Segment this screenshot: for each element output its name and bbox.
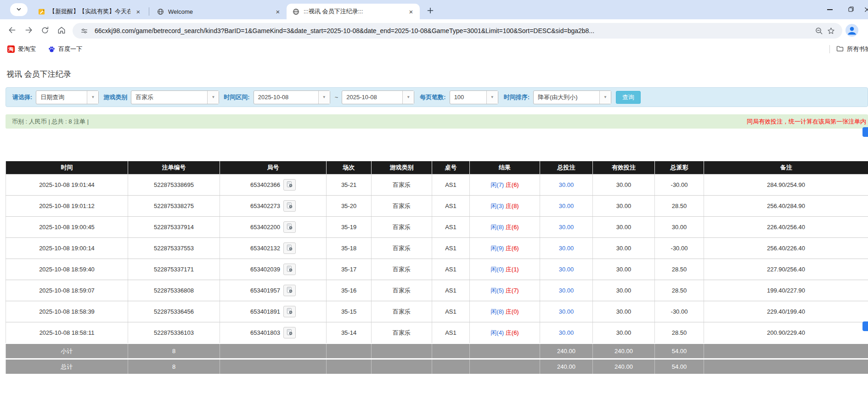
remark-cell: 226.40/256.40 bbox=[704, 217, 868, 238]
query-mode-value: 日期查询 bbox=[36, 91, 87, 104]
total-bet-link[interactable]: 30.00 bbox=[559, 245, 574, 252]
search-button[interactable]: 查询 bbox=[616, 91, 641, 104]
date-start-input[interactable]: 2025-10-08 ▼ bbox=[254, 90, 330, 104]
player-result: 闲(9) bbox=[490, 245, 504, 252]
game-type-value: 百家乐 bbox=[131, 91, 207, 104]
game-type-cell: 百家乐 bbox=[372, 175, 432, 196]
new-tab-button[interactable] bbox=[423, 4, 437, 17]
table-no-cell: AS1 bbox=[432, 238, 470, 259]
total-bet-link[interactable]: 30.00 bbox=[559, 287, 574, 294]
bookmark-item-2[interactable]: 百度一下 bbox=[48, 45, 82, 53]
table-header-row: 时间注单编号局号场次游戏类别桌号结果总投注有效投注总派彩备注 bbox=[6, 161, 868, 175]
all-bookmarks[interactable]: 所有书签 bbox=[829, 42, 868, 56]
bookmark-item-1[interactable]: 淘爱淘宝 bbox=[7, 45, 36, 53]
summary-note-text: 同局有效投注，统一计算在该局第一张注单内 bbox=[747, 118, 866, 126]
subtotal-row-valid-bet-cell: 240.00 bbox=[593, 343, 655, 359]
profile-avatar[interactable] bbox=[845, 24, 859, 38]
game-type-select[interactable]: 百家乐 ▼ bbox=[131, 90, 219, 104]
video-replay-button[interactable] bbox=[283, 242, 296, 254]
tab-close-icon[interactable]: × bbox=[274, 7, 282, 16]
edge-button-fragment-top[interactable] bbox=[862, 127, 868, 137]
video-replay-button[interactable] bbox=[283, 285, 296, 296]
back-button[interactable] bbox=[4, 23, 20, 39]
tab-title: :::视讯 会员下注纪录::: bbox=[304, 7, 403, 16]
table-row: 2025-10-08 18:58:39522875336456653401891… bbox=[6, 301, 868, 322]
total-bet-link[interactable]: 30.00 bbox=[559, 308, 574, 315]
bookmarks-bar: 淘爱淘宝百度一下 所有书签 bbox=[0, 42, 868, 56]
round-id: 653402366 bbox=[250, 181, 280, 188]
total-row-total-bet-cell: 240.00 bbox=[540, 359, 593, 374]
table-row: 2025-10-08 18:58:11522875336103653401803… bbox=[6, 322, 868, 344]
sort-select[interactable]: 降幂(由大到小) ▼ bbox=[533, 90, 611, 104]
video-replay-button[interactable] bbox=[283, 306, 296, 317]
table-row: 2025-10-08 18:59:40522875337171653402039… bbox=[6, 259, 868, 280]
restore-button[interactable] bbox=[840, 0, 862, 19]
table-row: 2025-10-08 18:59:07522875336808653401957… bbox=[6, 280, 868, 301]
total-row-label-cell: 总计 bbox=[6, 359, 128, 374]
session-cell: 35-14 bbox=[327, 322, 372, 344]
site-info-icon[interactable] bbox=[78, 25, 90, 37]
video-replay-icon bbox=[286, 329, 293, 337]
total-row-table-cell bbox=[432, 359, 470, 374]
zoom-out-icon[interactable] bbox=[813, 25, 825, 37]
per-page-select[interactable]: 100 ▼ bbox=[450, 90, 498, 104]
game-type-label: 游戏类别 bbox=[103, 93, 127, 101]
url-bar[interactable]: 66cxkj98.com/game/betrecord_search/kind3… bbox=[73, 23, 842, 39]
round-cell: 653402200 bbox=[220, 217, 327, 238]
round-cell: 653402366 bbox=[220, 175, 327, 196]
round-id: 653402132 bbox=[250, 245, 280, 252]
session-cell: 35-19 bbox=[327, 217, 372, 238]
subtotal-row-label-cell: 小计 bbox=[6, 343, 128, 359]
range-tilde: ~ bbox=[335, 94, 338, 101]
page-title: 视讯 会员下注纪录 bbox=[6, 69, 868, 79]
session-cell: 35-21 bbox=[327, 175, 372, 196]
bookmark-label: 百度一下 bbox=[58, 45, 82, 53]
forward-button[interactable] bbox=[20, 23, 37, 39]
tab-close-icon[interactable]: × bbox=[407, 7, 415, 16]
total-row-game-cell bbox=[372, 359, 432, 374]
total-bet-link[interactable]: 30.00 bbox=[559, 329, 574, 336]
plus-icon bbox=[427, 5, 434, 16]
round-id: 653402039 bbox=[250, 266, 280, 273]
query-mode-select[interactable]: 日期查询 ▼ bbox=[36, 90, 99, 104]
total-bet-link[interactable]: 30.00 bbox=[559, 266, 574, 273]
video-replay-button[interactable] bbox=[283, 221, 296, 233]
total-bet-link[interactable]: 30.00 bbox=[559, 224, 574, 231]
tab-close-icon[interactable]: × bbox=[134, 7, 142, 16]
tab-2[interactable]: Welcome× bbox=[151, 4, 287, 19]
close-icon bbox=[864, 6, 868, 14]
edge-button-fragment-bottom[interactable] bbox=[862, 321, 868, 331]
date-end-input[interactable]: 2025-10-08 ▼ bbox=[342, 90, 414, 104]
table-no-cell: AS1 bbox=[432, 322, 470, 344]
valid-bet-cell: 30.00 bbox=[593, 217, 655, 238]
minimize-button[interactable] bbox=[819, 0, 840, 19]
home-button[interactable] bbox=[53, 23, 70, 39]
total-row-payout-cell: 54.00 bbox=[655, 359, 704, 374]
video-replay-button[interactable] bbox=[283, 200, 296, 212]
total-bet-link[interactable]: 30.00 bbox=[559, 181, 574, 188]
video-replay-button[interactable] bbox=[283, 179, 296, 191]
table-row: 2025-10-08 19:00:14522875337553653402132… bbox=[6, 238, 868, 259]
remark-cell: 227.90/256.40 bbox=[704, 259, 868, 280]
video-replay-button[interactable] bbox=[283, 264, 296, 275]
reload-button[interactable] bbox=[37, 23, 53, 39]
tab-search-button[interactable] bbox=[10, 3, 28, 16]
result-cell: 闲(5) 庄(7) bbox=[470, 280, 540, 301]
total-bet-cell: 30.00 bbox=[540, 301, 593, 322]
total-row-session-cell bbox=[327, 359, 372, 374]
baidu-paw-icon bbox=[48, 45, 55, 53]
total-row-count-cell: 8 bbox=[128, 359, 220, 374]
bookmark-star-icon[interactable] bbox=[825, 25, 837, 37]
back-arrow-icon bbox=[7, 25, 17, 36]
player-result: 闲(0) bbox=[490, 266, 504, 273]
browser-toolbar: 66cxkj98.com/game/betrecord_search/kind3… bbox=[0, 19, 868, 42]
time-cell: 2025-10-08 19:00:14 bbox=[6, 238, 128, 259]
tab-3[interactable]: :::视讯 会员下注纪录:::× bbox=[287, 4, 420, 19]
tab-1[interactable]: 【新提醒】【实战有奖】今天在× bbox=[32, 4, 147, 19]
valid-bet-cell: 30.00 bbox=[593, 322, 655, 344]
video-replay-button[interactable] bbox=[283, 327, 296, 338]
close-button[interactable] bbox=[862, 0, 868, 19]
total-row-remark-cell bbox=[704, 359, 868, 374]
total-bet-link[interactable]: 30.00 bbox=[559, 203, 574, 209]
valid-bet-cell: 30.00 bbox=[593, 280, 655, 301]
